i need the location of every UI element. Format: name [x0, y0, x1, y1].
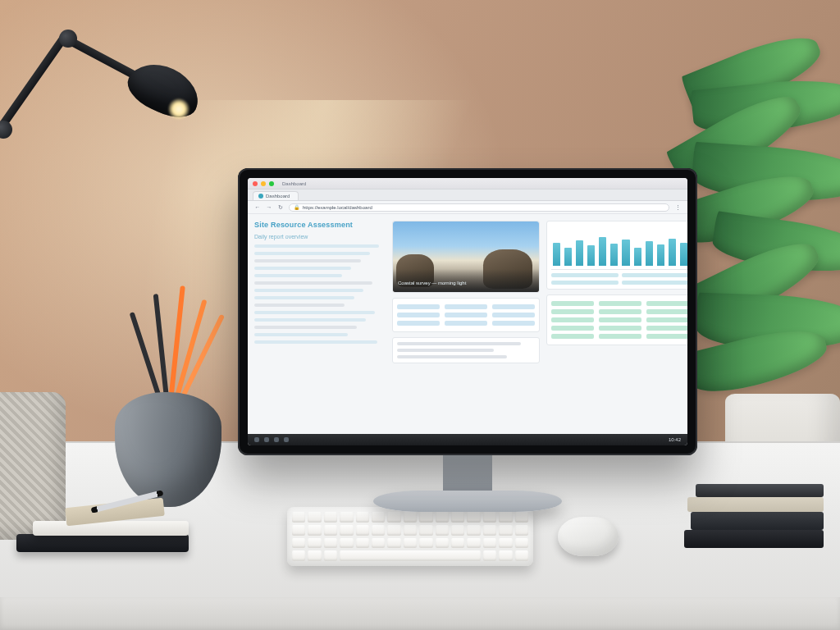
- table-cell: [599, 326, 641, 331]
- table-cell: [646, 301, 687, 306]
- text-line: [254, 289, 363, 292]
- table-row[interactable]: [551, 316, 687, 324]
- hero-caption: Coastal survey — morning light: [398, 281, 466, 285]
- summary-table-green[interactable]: [546, 294, 687, 345]
- table-cell: [551, 326, 594, 331]
- table-cell: [551, 334, 594, 339]
- dashboard-page: Site Resource Assessment Daily report ov…: [248, 214, 687, 434]
- mouse[interactable]: [558, 517, 619, 556]
- url-text: https://example.local/dashboard: [303, 205, 372, 210]
- text-line: [254, 296, 354, 299]
- taskbar-app-icon[interactable]: [284, 437, 289, 442]
- bar: [669, 239, 676, 266]
- bar: [576, 240, 583, 267]
- table-cell: [599, 301, 641, 306]
- bar: [657, 244, 664, 266]
- keyboard[interactable]: [287, 507, 533, 566]
- table-row[interactable]: [551, 308, 687, 316]
- monitor-bezel: Dashboard Dashboard ← → ↻ 🔒 https://exam…: [238, 168, 697, 455]
- window-close-icon[interactable]: [253, 181, 258, 186]
- table-row[interactable]: [397, 319, 535, 327]
- tab-favicon-icon: [258, 194, 263, 199]
- table-cell: [551, 301, 594, 306]
- nav-forward-icon[interactable]: →: [266, 204, 272, 211]
- table-cell: [599, 309, 641, 314]
- window-minimize-icon[interactable]: [261, 181, 266, 186]
- table-cell: [646, 334, 687, 339]
- table-row[interactable]: [551, 299, 687, 308]
- text-line: [254, 333, 348, 336]
- table-cell: [492, 304, 535, 309]
- bar: [587, 245, 595, 266]
- window-maximize-icon[interactable]: [269, 181, 274, 186]
- text-line: [254, 326, 357, 329]
- text-line: [254, 318, 366, 322]
- table-cell: [551, 309, 594, 314]
- desk-lamp: [0, 10, 180, 207]
- text-line: [254, 252, 370, 255]
- nav-back-icon[interactable]: ←: [254, 204, 261, 211]
- books-right: [684, 474, 824, 548]
- lock-icon: 🔒: [294, 204, 299, 210]
- page-title: Site Resource Assessment: [254, 221, 386, 229]
- text-line: [254, 274, 342, 277]
- taskbar-clock: 10:42: [669, 437, 681, 442]
- bar: [680, 243, 687, 266]
- table-cell: [646, 326, 687, 331]
- bar: [610, 244, 618, 266]
- text-line: [254, 244, 379, 248]
- table-row[interactable]: [551, 324, 687, 332]
- table-cell: [599, 317, 641, 322]
- text-line: [254, 311, 375, 314]
- content-column-left: Site Resource Assessment Daily report ov…: [254, 221, 386, 427]
- text-line: [254, 340, 377, 344]
- table-cell: [646, 317, 687, 322]
- tab-label: Dashboard: [266, 194, 290, 199]
- text-line: [254, 304, 345, 307]
- table-cell: [646, 309, 687, 314]
- bar: [599, 237, 606, 266]
- bar: [634, 248, 641, 267]
- bar: [646, 241, 653, 266]
- table-cell: [445, 313, 487, 317]
- browser-tab-active[interactable]: Dashboard: [253, 191, 299, 200]
- table-row[interactable]: [551, 332, 687, 340]
- notebooks-left: [16, 486, 205, 552]
- bar-chart-card[interactable]: [546, 221, 687, 290]
- bar-chart-legend: [551, 270, 687, 285]
- table-cell: [492, 321, 535, 326]
- content-column-middle: Coastal survey — morning light: [392, 221, 540, 427]
- page-subtitle: Daily report overview: [254, 234, 386, 240]
- bar-chart: [551, 226, 687, 270]
- text-line: [254, 259, 361, 262]
- text-line: [254, 281, 372, 285]
- table-cell: [397, 313, 440, 317]
- table-cell: [492, 313, 535, 317]
- bar: [622, 240, 629, 266]
- table-cell: [445, 304, 487, 309]
- nav-reload-icon[interactable]: ↻: [277, 204, 284, 211]
- table-cell: [599, 334, 641, 339]
- summary-table-blue[interactable]: [392, 298, 540, 332]
- hero-image: Coastal survey — morning light: [393, 221, 539, 292]
- taskbar-app-icon[interactable]: [274, 437, 279, 442]
- browser-toolbar: ← → ↻ 🔒 https://example.local/dashboard …: [248, 201, 687, 214]
- window-title: Dashboard: [282, 181, 306, 186]
- screen: Dashboard Dashboard ← → ↻ 🔒 https://exam…: [248, 178, 687, 445]
- menu-icon[interactable]: ⋮: [674, 204, 681, 211]
- table-row[interactable]: [397, 303, 535, 311]
- start-icon[interactable]: [254, 437, 259, 442]
- text-line: [254, 267, 351, 270]
- table-cell: [551, 317, 594, 322]
- monitor-stand-base: [373, 491, 562, 512]
- table-row[interactable]: [397, 311, 535, 319]
- taskbar-app-icon[interactable]: [264, 437, 269, 442]
- table-cell: [445, 321, 487, 326]
- window-titlebar[interactable]: Dashboard: [248, 178, 687, 189]
- hero-card[interactable]: Coastal survey — morning light: [392, 221, 540, 293]
- browser-tabstrip[interactable]: Dashboard: [248, 189, 687, 201]
- text-card: [392, 337, 540, 363]
- table-cell: [397, 304, 440, 309]
- os-taskbar[interactable]: 10:42: [248, 434, 687, 445]
- address-bar[interactable]: 🔒 https://example.local/dashboard: [289, 203, 669, 212]
